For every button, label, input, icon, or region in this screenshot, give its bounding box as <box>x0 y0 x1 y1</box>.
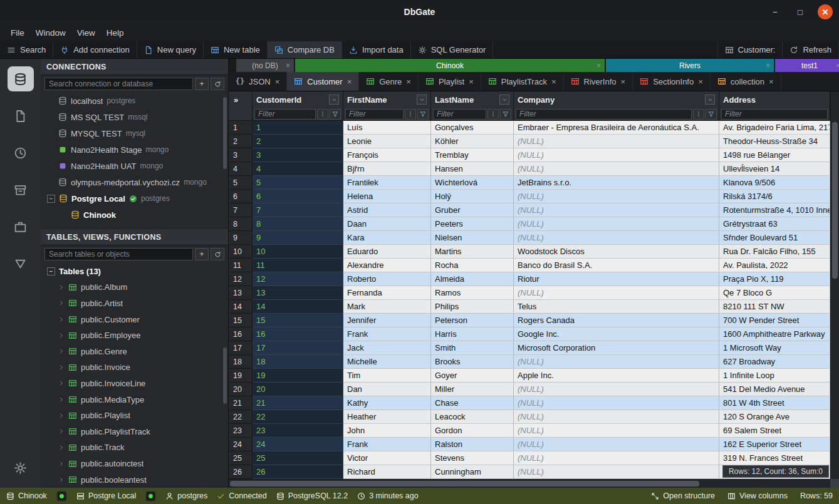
cell-address[interactable]: 627 Broadway <box>719 355 830 369</box>
cell-address[interactable]: 319 N. Frances Street <box>719 451 830 465</box>
status-view-columns[interactable]: View columns <box>727 491 788 500</box>
row-number[interactable]: 23 <box>229 424 253 438</box>
cell-firstname[interactable]: Victor <box>343 451 431 465</box>
close-icon[interactable]: × <box>347 77 352 86</box>
collapse-toggle-icon[interactable]: − <box>47 195 55 203</box>
table-item-public-customer[interactable]: public.Customer <box>41 311 228 327</box>
close-icon[interactable]: × <box>769 77 774 86</box>
cell-lastname[interactable]: Gruber <box>431 203 514 217</box>
cell-company[interactable]: Rogers Canada <box>514 314 719 327</box>
cell-address[interactable]: 1 Microsoft Way <box>719 341 830 355</box>
toolbar-import-data-button[interactable]: Import data <box>342 41 411 58</box>
table-item-public-invoice[interactable]: public.Invoice <box>41 359 228 376</box>
cell-lastname[interactable]: Tremblay <box>431 148 514 162</box>
dbtab-no-db[interactable]: (no DB)× <box>236 59 294 72</box>
toolbar-new-query-button[interactable]: New query <box>137 41 204 58</box>
cell-address[interactable]: Qe 7 Bloco G <box>719 286 830 300</box>
grid-corner-cell[interactable]: » <box>229 91 253 108</box>
table-item-public-track[interactable]: public.Track <box>41 440 228 456</box>
cell-address[interactable]: Rua Dr. Falcão Filho, 155 <box>719 245 830 259</box>
cell-firstname[interactable]: Eduardo <box>343 245 431 259</box>
row-number[interactable]: 21 <box>229 396 253 410</box>
row-number[interactable]: 25 <box>229 451 253 465</box>
row-number[interactable]: 11 <box>229 259 253 272</box>
row-number[interactable]: 5 <box>229 176 253 190</box>
cell-customerid[interactable]: 26 <box>253 465 343 479</box>
cell-address[interactable]: Av. Brigadeiro Faria Lima, 2170 <box>719 121 830 135</box>
cell-company[interactable]: (NULL) <box>514 162 719 176</box>
table-item-public-booleantest[interactable]: public.booleantest <box>41 471 228 488</box>
filter-menu-button[interactable] <box>317 109 328 120</box>
cell-customerid[interactable]: 14 <box>253 300 343 314</box>
cell-customerid[interactable]: 22 <box>253 410 343 424</box>
column-header-company[interactable]: Company <box>514 91 719 108</box>
cell-company[interactable]: Google Inc. <box>514 327 719 341</box>
tables-search-input[interactable] <box>44 248 193 260</box>
column-dropdown-icon[interactable] <box>705 95 715 105</box>
cell-customerid[interactable]: 9 <box>253 231 343 245</box>
row-number[interactable]: 26 <box>229 465 253 479</box>
cell-address[interactable]: Sřnder Boulevard 51 <box>719 231 830 245</box>
cell-customerid[interactable]: 19 <box>253 369 343 383</box>
cell-address[interactable]: Rotenturmstraße 4, 1010 Innere Stadt <box>719 203 830 217</box>
row-number[interactable]: 10 <box>229 245 253 259</box>
close-icon[interactable]: × <box>597 61 601 70</box>
cell-lastname[interactable]: Wichterlová <box>431 176 514 190</box>
row-number[interactable]: 14 <box>229 300 253 314</box>
cell-firstname[interactable]: Frank <box>343 438 431 451</box>
cell-lastname[interactable]: Gonçalves <box>431 121 514 135</box>
cell-firstname[interactable]: Kara <box>343 231 431 245</box>
cell-customerid[interactable]: 1 <box>253 121 343 135</box>
cell-firstname[interactable]: Frank <box>343 327 431 341</box>
iconbar-files[interactable] <box>8 103 34 128</box>
cell-lastname[interactable]: Miller <box>431 383 514 396</box>
cell-address[interactable]: Grétrystraat 63 <box>719 217 830 231</box>
cell-firstname[interactable]: Roberto <box>343 272 431 286</box>
cell-company[interactable]: (NULL) <box>514 465 719 479</box>
cell-firstname[interactable]: Fernanda <box>343 286 431 300</box>
cell-customerid[interactable]: 3 <box>253 148 343 162</box>
cell-lastname[interactable]: Cunningham <box>431 465 514 479</box>
table-item-public-invoiceline[interactable]: public.InvoiceLine <box>41 376 228 392</box>
close-icon[interactable]: × <box>406 77 411 86</box>
table-item-public-autoinctest[interactable]: public.autoinctest <box>41 456 228 472</box>
cell-firstname[interactable]: Jennifer <box>343 314 431 327</box>
horizontal-scroll-thumb[interactable] <box>230 481 699 486</box>
connections-scrollbar[interactable] <box>223 97 227 169</box>
iconbar-history[interactable] <box>8 140 34 165</box>
row-number[interactable]: 22 <box>229 410 253 424</box>
cell-firstname[interactable]: Tim <box>343 369 431 383</box>
cell-lastname[interactable]: Almeida <box>431 272 514 286</box>
toolbar-add-connection-button[interactable]: Add connection <box>53 41 137 58</box>
connection-item-nano2health-uat[interactable]: Nano2Health UATmongo <box>41 158 228 174</box>
cell-customerid[interactable]: 5 <box>253 176 343 190</box>
cell-firstname[interactable]: Jack <box>343 341 431 355</box>
row-number[interactable]: 24 <box>229 438 253 451</box>
filetab-riverinfo[interactable]: RiverInfo× <box>564 72 633 91</box>
tables-scrollbar[interactable] <box>223 347 227 404</box>
iconbar-settings[interactable] <box>8 455 34 480</box>
connection-item-nano2health-stage[interactable]: Nano2Health Stagemongo <box>41 141 228 158</box>
row-number[interactable]: 12 <box>229 272 253 286</box>
row-number[interactable]: 16 <box>229 327 253 341</box>
cell-customerid[interactable]: 15 <box>253 314 343 327</box>
filetab-collection[interactable]: collection× <box>711 72 781 91</box>
cell-firstname[interactable]: Michelle <box>343 355 431 369</box>
row-number[interactable]: 18 <box>229 355 253 369</box>
cell-address[interactable]: 162 E Superior Street <box>719 438 830 451</box>
column-dropdown-icon[interactable] <box>329 95 339 105</box>
cell-address[interactable]: 700 W Pender Street <box>719 314 830 327</box>
cell-customerid[interactable]: 20 <box>253 383 343 396</box>
iconbar-app-objects[interactable] <box>8 214 34 239</box>
cell-lastname[interactable]: Martins <box>431 245 514 259</box>
cell-firstname[interactable]: Richard <box>343 465 431 479</box>
row-number[interactable]: 9 <box>229 231 253 245</box>
cell-customerid[interactable]: 4 <box>253 162 343 176</box>
cell-lastname[interactable]: Smith <box>431 341 514 355</box>
cell-customerid[interactable]: 11 <box>253 259 343 272</box>
filter-menu-button[interactable] <box>487 109 499 120</box>
cell-customerid[interactable]: 16 <box>253 327 343 341</box>
cell-company[interactable]: Apple Inc. <box>514 369 719 383</box>
cell-lastname[interactable]: Köhler <box>431 135 514 148</box>
cell-customerid[interactable]: 6 <box>253 190 343 203</box>
